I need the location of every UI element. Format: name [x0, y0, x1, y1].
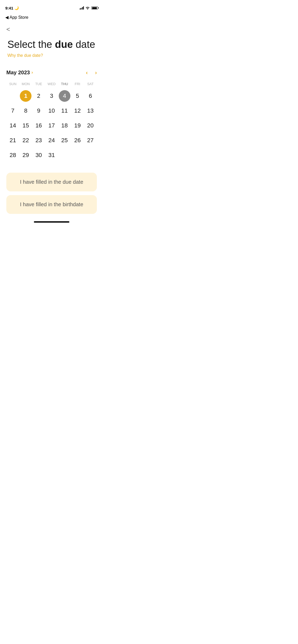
due-date-link[interactable]: Why the due date?: [7, 53, 96, 58]
app-store-nav[interactable]: ◀ App Store: [0, 14, 103, 22]
calendar-cell[interactable]: 29: [19, 148, 32, 162]
calendar-cell[interactable]: 16: [32, 119, 45, 132]
back-arrow-nav-icon: ◀: [5, 15, 8, 20]
month-chevron-icon[interactable]: ›: [31, 70, 33, 75]
back-button[interactable]: <: [6, 26, 97, 33]
day-number[interactable]: 3: [46, 90, 57, 102]
day-number[interactable]: 27: [85, 135, 96, 146]
calendar-cell[interactable]: 11: [58, 104, 71, 118]
day-number[interactable]: 30: [33, 149, 44, 161]
calendar-cell[interactable]: 14: [6, 119, 19, 132]
signal-icon: [80, 6, 84, 10]
day-header-sat: SAT: [84, 81, 97, 87]
next-month-button[interactable]: ›: [95, 70, 97, 76]
app-store-back[interactable]: ◀ App Store: [5, 15, 28, 20]
day-number[interactable]: 12: [72, 105, 83, 117]
day-number[interactable]: 26: [72, 135, 83, 146]
calendar-cell[interactable]: 7: [6, 104, 19, 118]
day-number[interactable]: 9: [33, 105, 44, 117]
day-number[interactable]: 31: [46, 149, 57, 161]
calendar-cell[interactable]: 4: [58, 89, 71, 103]
home-bar: [34, 221, 69, 223]
day-number[interactable]: 17: [46, 120, 57, 131]
app-store-label: App Store: [10, 15, 28, 20]
calendar-cell[interactable]: 1: [19, 89, 32, 103]
calendar-cell[interactable]: 2: [32, 89, 45, 103]
day-header-fri: FRI: [71, 81, 84, 87]
day-number[interactable]: 6: [85, 90, 96, 102]
day-number[interactable]: 14: [7, 120, 19, 131]
due-date-button[interactable]: I have filled in the due date: [6, 173, 97, 191]
calendar-cell[interactable]: 22: [19, 134, 32, 147]
title-bold: due: [55, 39, 73, 50]
day-number[interactable]: 16: [33, 120, 44, 131]
day-number[interactable]: 10: [46, 105, 57, 117]
day-number[interactable]: 24: [46, 135, 57, 146]
prev-month-button[interactable]: ‹: [86, 70, 88, 76]
day-number[interactable]: 5: [72, 90, 83, 102]
day-number[interactable]: 22: [20, 135, 31, 146]
calendar-cell[interactable]: 31: [45, 148, 58, 162]
calendar-cell[interactable]: 8: [19, 104, 32, 118]
home-indicator: [0, 218, 103, 225]
day-number[interactable]: 19: [72, 120, 83, 131]
day-number[interactable]: 13: [85, 105, 96, 117]
calendar-cell: [6, 89, 19, 103]
day-number[interactable]: 23: [33, 135, 44, 146]
calendar-cell[interactable]: 20: [84, 119, 97, 132]
day-number[interactable]: 18: [59, 120, 70, 131]
moon-icon: 🌙: [14, 6, 19, 10]
day-number[interactable]: 4: [59, 90, 70, 102]
calendar-cell[interactable]: 19: [71, 119, 84, 132]
calendar-grid: 1234567891011121314151617181920212223242…: [6, 89, 97, 162]
day-number[interactable]: 8: [20, 105, 31, 117]
calendar-cell[interactable]: 12: [71, 104, 84, 118]
calendar-cell[interactable]: 28: [6, 148, 19, 162]
day-number[interactable]: 21: [7, 135, 19, 146]
day-number[interactable]: 1: [20, 90, 31, 102]
day-number[interactable]: 15: [20, 120, 31, 131]
title-part1: Select the: [7, 39, 55, 50]
calendar-cell: [84, 148, 97, 162]
back-button-container: <: [0, 22, 103, 35]
calendar-cell[interactable]: 25: [58, 134, 71, 147]
day-header-mon: MON: [19, 81, 32, 87]
calendar-cell[interactable]: 24: [45, 134, 58, 147]
status-time: 9:41 🌙: [5, 6, 19, 10]
day-number[interactable]: 7: [7, 105, 19, 117]
calendar-cell: [58, 148, 71, 162]
calendar-cell[interactable]: 23: [32, 134, 45, 147]
calendar-cell[interactable]: 18: [58, 119, 71, 132]
calendar-container: May 2023 › ‹ › SUN MON TUE WED THU FRI S…: [0, 60, 103, 166]
day-headers: SUN MON TUE WED THU FRI SAT: [6, 81, 97, 87]
calendar-cell[interactable]: 26: [71, 134, 84, 147]
day-number[interactable]: 2: [33, 90, 44, 102]
calendar-cell[interactable]: 30: [32, 148, 45, 162]
birthdate-button[interactable]: I have filled in the birthdate: [6, 195, 97, 214]
day-number[interactable]: 25: [59, 135, 70, 146]
day-number[interactable]: 11: [59, 105, 70, 117]
month-year: May 2023 ›: [6, 70, 33, 76]
calendar-cell[interactable]: 5: [71, 89, 84, 103]
day-number[interactable]: 20: [85, 120, 96, 131]
day-number[interactable]: 28: [7, 149, 19, 161]
title-section: Select the due date Why the due date?: [0, 35, 103, 60]
battery-icon: [91, 6, 98, 10]
page-title: Select the due date: [7, 39, 96, 50]
calendar-cell[interactable]: 21: [6, 134, 19, 147]
calendar-cell[interactable]: 17: [45, 119, 58, 132]
calendar-cell[interactable]: 15: [19, 119, 32, 132]
day-number[interactable]: 29: [20, 149, 31, 161]
wifi-icon: [85, 6, 90, 10]
title-part2: date: [73, 39, 95, 50]
status-icons: [80, 6, 98, 10]
day-header-tue: TUE: [32, 81, 45, 87]
calendar-cell[interactable]: 27: [84, 134, 97, 147]
calendar-cell[interactable]: 3: [45, 89, 58, 103]
calendar-cell[interactable]: 13: [84, 104, 97, 118]
calendar-cell[interactable]: 9: [32, 104, 45, 118]
calendar-nav-arrows: ‹ ›: [86, 70, 97, 76]
calendar-cell[interactable]: 6: [84, 89, 97, 103]
calendar-cell: [71, 148, 84, 162]
calendar-cell[interactable]: 10: [45, 104, 58, 118]
